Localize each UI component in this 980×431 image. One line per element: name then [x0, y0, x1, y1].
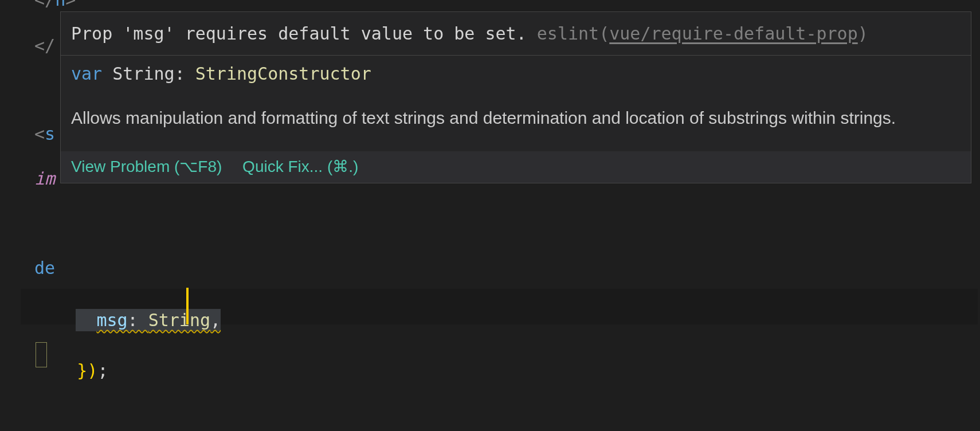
hover-tooltip: Prop 'msg' requires default value to be …	[60, 11, 971, 183]
code-line-partial: im	[34, 169, 55, 189]
code-line[interactable]: });	[36, 340, 108, 401]
paren: (	[599, 23, 609, 44]
code-line-partial: <s	[34, 124, 55, 144]
semicolon: ;	[97, 361, 108, 381]
eslint-diagnostic: Prop 'msg' requires default value to be …	[61, 12, 971, 56]
prop-type: String	[148, 310, 210, 330]
diagnostic-message: Prop 'msg' requires default value to be …	[71, 23, 537, 44]
prop-key: msg	[96, 310, 127, 330]
type-signature: var String: StringConstructor	[61, 56, 971, 87]
close-paren: )	[87, 361, 97, 381]
hover-actions-bar: View Problem (⌥F8) Quick Fix... (⌘.)	[61, 151, 971, 183]
code-line-partial: </h>	[34, 0, 76, 10]
ts-type: StringConstructor	[195, 64, 371, 84]
text-cursor	[186, 288, 189, 324]
code-line-partial: </	[34, 36, 55, 56]
paren: )	[858, 23, 868, 44]
quick-fix-action[interactable]: Quick Fix... (⌘.)	[242, 158, 358, 175]
documentation-text: Allows manipulation and formatting of te…	[61, 87, 971, 151]
close-brace: }	[77, 361, 87, 381]
colon: :	[175, 64, 195, 84]
ts-keyword: var	[71, 64, 102, 84]
diagnostic-source: eslint	[537, 23, 599, 44]
ts-identifier: String	[102, 64, 174, 84]
view-problem-action[interactable]: View Problem (⌥F8)	[71, 158, 222, 175]
eslint-rule-link[interactable]: vue/require-default-prop	[609, 23, 857, 44]
colon: :	[128, 310, 148, 330]
code-line-partial: de	[34, 258, 55, 278]
comma: ,	[210, 310, 221, 330]
